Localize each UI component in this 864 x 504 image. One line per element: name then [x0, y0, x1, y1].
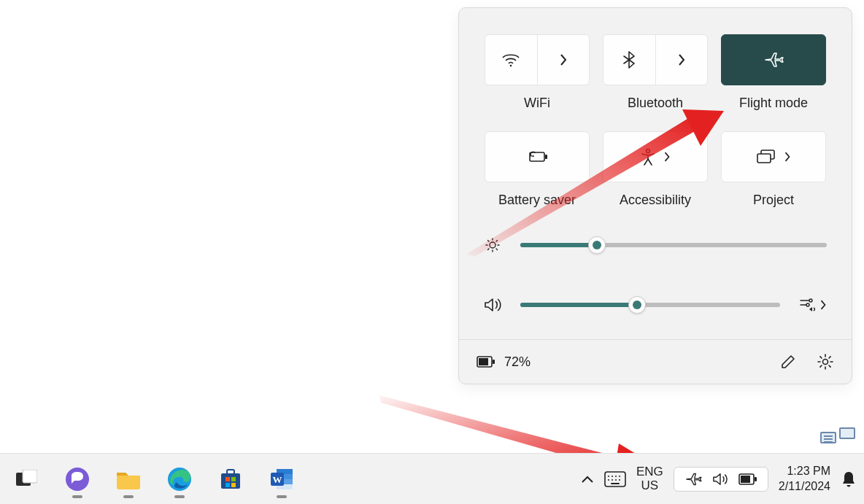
- clock-button[interactable]: 1:23 PM 2/11/2024: [779, 464, 830, 495]
- project-icon: [756, 150, 776, 164]
- svg-rect-45: [755, 477, 757, 481]
- quick-settings-footer: 72%: [459, 339, 852, 384]
- file-explorer-button[interactable]: [114, 465, 143, 494]
- quick-settings-grid: WiFi Bluetooth: [484, 34, 827, 208]
- clock-date: 2/11/2024: [779, 479, 830, 495]
- show-hidden-icons-button[interactable]: [581, 475, 594, 484]
- tile-battery-saver[interactable]: [485, 131, 590, 182]
- settings-button[interactable]: [817, 353, 834, 371]
- svg-rect-2: [545, 155, 547, 159]
- quick-settings-body: WiFi Bluetooth: [459, 8, 852, 339]
- tile-accessibility-toggle-expand[interactable]: [603, 132, 707, 182]
- svg-point-4: [647, 150, 650, 153]
- battery-percent-text: 72%: [504, 354, 531, 370]
- audio-output-button[interactable]: [799, 298, 827, 312]
- teams-chat-button[interactable]: [63, 465, 92, 494]
- svg-point-42: [619, 479, 620, 481]
- word-icon: W: [269, 468, 294, 491]
- tile-accessibility[interactable]: [603, 131, 708, 182]
- microsoft-store-button[interactable]: [216, 465, 245, 494]
- task-view-icon: [15, 470, 37, 489]
- system-tray-pill[interactable]: [674, 467, 768, 492]
- brightness-icon: [484, 237, 501, 253]
- taskbar: W ENG US: [0, 453, 864, 504]
- svg-point-37: [615, 476, 617, 477]
- chat-icon: [65, 467, 90, 492]
- touch-keyboard-button[interactable]: [604, 471, 626, 487]
- language-top: ENG: [636, 465, 663, 479]
- chevron-right-icon: [784, 151, 791, 163]
- speaker-icon: [484, 297, 501, 313]
- svg-text:W: W: [273, 474, 282, 485]
- notifications-button[interactable]: [841, 470, 857, 488]
- tile-wrap-flight-mode: Flight mode: [720, 34, 827, 111]
- svg-point-40: [612, 479, 613, 481]
- tile-wrap-battery-saver: Battery saver: [484, 131, 590, 208]
- tile-wrap-wifi: WiFi: [484, 34, 590, 111]
- volume-row: [484, 297, 827, 313]
- svg-rect-12: [479, 358, 488, 365]
- tile-bluetooth[interactable]: [603, 34, 708, 85]
- tile-wrap-project: Project: [720, 131, 827, 208]
- svg-rect-6: [757, 154, 771, 163]
- keyboard-icon: [604, 471, 626, 487]
- tile-battery-saver-label: Battery saver: [498, 193, 576, 208]
- corner-window-marks: [820, 432, 855, 443]
- footer-actions: [780, 353, 834, 371]
- tile-flight-mode-label: Flight mode: [739, 96, 808, 111]
- svg-rect-11: [493, 360, 495, 364]
- svg-point-36: [612, 476, 613, 477]
- tile-wifi-expand[interactable]: [538, 35, 590, 85]
- tile-wifi[interactable]: [485, 34, 590, 85]
- quick-settings-panel: WiFi Bluetooth: [458, 7, 852, 384]
- tile-battery-saver-toggle[interactable]: [485, 132, 589, 182]
- bluetooth-icon: [623, 51, 635, 69]
- tile-wifi-label: WiFi: [524, 96, 550, 111]
- brightness-fill: [520, 243, 597, 247]
- tile-bluetooth-label: Bluetooth: [628, 96, 683, 111]
- chevron-right-icon: [663, 151, 671, 163]
- volume-fill: [520, 303, 637, 307]
- corner-mark-2: [839, 427, 855, 439]
- battery-status[interactable]: 72%: [477, 354, 531, 370]
- volume-thumb[interactable]: [628, 296, 646, 314]
- wifi-icon: [501, 53, 520, 67]
- brightness-slider[interactable]: [520, 243, 827, 247]
- tile-project-toggle-expand[interactable]: [722, 132, 825, 182]
- edge-button[interactable]: [165, 465, 194, 494]
- accessibility-icon: [640, 148, 656, 166]
- word-button[interactable]: W: [267, 465, 296, 494]
- svg-rect-43: [611, 483, 620, 484]
- svg-point-7: [490, 242, 495, 248]
- svg-rect-1: [530, 152, 544, 161]
- svg-point-39: [608, 479, 609, 481]
- corner-mark-1: [820, 432, 836, 443]
- edge-icon: [167, 467, 192, 492]
- chevron-right-icon: [819, 299, 827, 311]
- folder-icon: [115, 468, 142, 490]
- svg-rect-25: [231, 477, 236, 481]
- svg-rect-22: [221, 473, 240, 489]
- tile-bluetooth-expand[interactable]: [656, 35, 708, 85]
- tile-bluetooth-toggle[interactable]: [603, 35, 656, 85]
- svg-rect-23: [227, 470, 234, 474]
- battery-icon: [738, 473, 757, 485]
- audio-settings-icon: [799, 298, 817, 312]
- tile-flight-mode[interactable]: [721, 34, 826, 85]
- svg-rect-27: [231, 483, 236, 487]
- svg-rect-26: [225, 483, 230, 487]
- svg-point-0: [510, 65, 512, 67]
- tile-wifi-toggle[interactable]: [485, 35, 538, 85]
- chevron-right-icon: [677, 53, 686, 66]
- brightness-thumb[interactable]: [588, 236, 606, 254]
- tile-flight-mode-toggle[interactable]: [722, 35, 825, 85]
- svg-point-8: [809, 299, 812, 302]
- svg-point-35: [608, 476, 609, 477]
- volume-slider[interactable]: [520, 303, 780, 307]
- language-switcher[interactable]: ENG US: [636, 465, 663, 492]
- edit-button[interactable]: [780, 354, 796, 370]
- language-bottom: US: [636, 479, 663, 493]
- tile-project[interactable]: [721, 131, 826, 182]
- task-view-button[interactable]: [12, 465, 41, 494]
- chevron-up-icon: [581, 475, 594, 484]
